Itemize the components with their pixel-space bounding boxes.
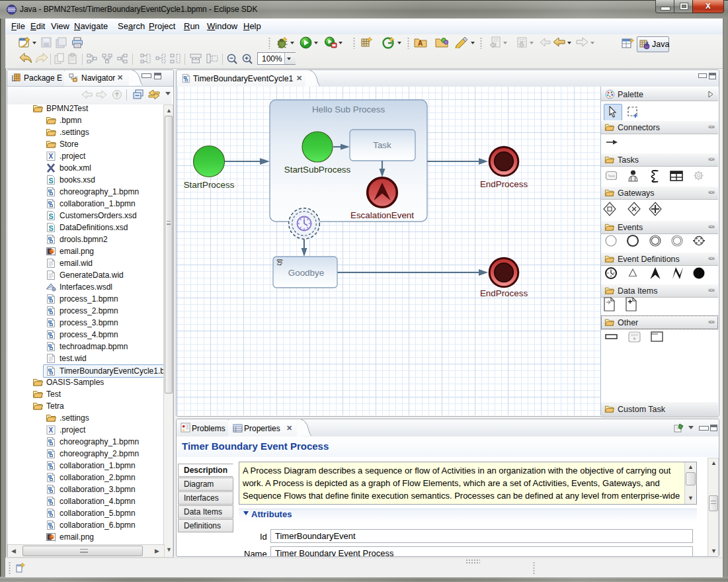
svg-text:EndProcess: EndProcess	[480, 288, 528, 298]
svg-text:Goodbye: Goodbye	[288, 268, 324, 278]
svg-text:EndProcess: EndProcess	[480, 179, 528, 189]
svg-text:EscalationEvent: EscalationEvent	[350, 210, 414, 220]
svg-text:StartSubProcess: StartSubProcess	[284, 165, 351, 175]
svg-text:Task: Task	[608, 174, 616, 178]
svg-text:StartProcess: StartProcess	[184, 180, 235, 190]
svg-text:Hello Sub Process: Hello Sub Process	[312, 104, 385, 114]
svg-text:Task: Task	[373, 140, 391, 150]
svg-text:J: J	[645, 40, 649, 47]
svg-text:A: A	[418, 40, 423, 47]
